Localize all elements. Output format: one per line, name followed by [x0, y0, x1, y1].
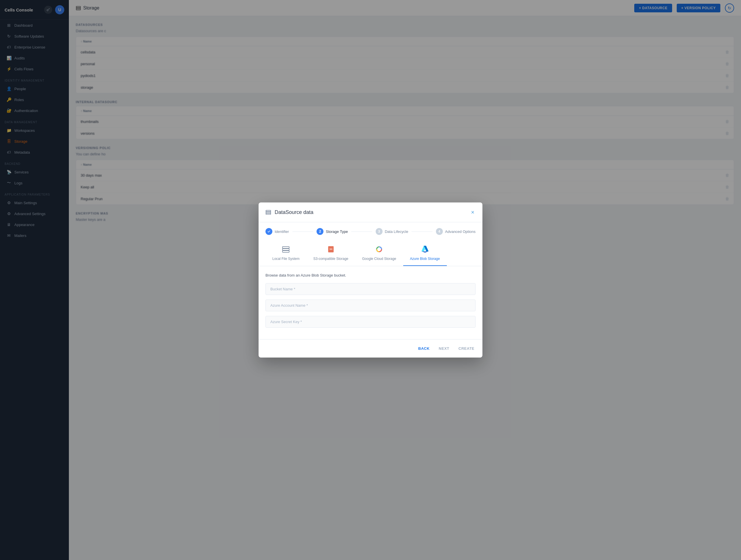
step-1-label: Identifier	[275, 230, 289, 234]
bucket-name-field	[265, 283, 476, 295]
gcs-icon	[375, 245, 383, 255]
step-4-label: Advanced Options	[445, 230, 476, 234]
step-4-circle: 4	[436, 228, 443, 235]
step-line-3	[412, 232, 432, 232]
tab-s3[interactable]: S3 S3-compatible Storage	[307, 241, 355, 266]
step-3-circle: 3	[376, 228, 383, 235]
modal-overlay[interactable]: DataSource data × Identifier 2 Storage T…	[69, 0, 741, 560]
main-area: Storage + DATASOURCE + VERSION POLICY ↻ …	[69, 0, 741, 560]
modal-title: DataSource data	[275, 209, 466, 215]
step-line-1	[292, 232, 313, 232]
modal-storage-icon	[265, 209, 271, 215]
s3-icon: S3	[327, 245, 335, 255]
step-1-circle	[265, 228, 272, 235]
step-2-label: Storage Type	[326, 230, 348, 234]
step-4: 4 Advanced Options	[436, 228, 476, 235]
storage-type-tabs: Local File System S3 S3-compatible Stora…	[259, 241, 482, 266]
modal-header: DataSource data ×	[259, 202, 482, 222]
svg-rect-5	[266, 212, 271, 213]
stepper: Identifier 2 Storage Type 3 Data Lifecyc…	[259, 222, 482, 241]
step-2: 2 Storage Type	[317, 228, 348, 235]
svg-marker-15	[421, 251, 428, 253]
tab-gcs[interactable]: Google Cloud Storage	[355, 241, 403, 266]
close-button[interactable]: ×	[470, 208, 476, 216]
svg-rect-9	[283, 251, 289, 252]
local-fs-icon	[282, 245, 290, 255]
datasource-modal: DataSource data × Identifier 2 Storage T…	[259, 202, 482, 358]
azure-secret-key-input[interactable]	[265, 316, 476, 328]
tab-local-fs[interactable]: Local File System	[265, 241, 307, 266]
tab-azure[interactable]: Azure Blob Storage	[403, 241, 447, 266]
svg-rect-7	[283, 247, 289, 248]
svg-rect-6	[266, 213, 271, 214]
azure-icon	[421, 245, 429, 255]
step-3: 3 Data Lifecycle	[376, 228, 408, 235]
tab-local-fs-label: Local File System	[272, 257, 299, 261]
svg-text:S3: S3	[329, 248, 332, 250]
create-button[interactable]: CREATE	[458, 344, 476, 353]
next-button[interactable]: NEXT	[437, 344, 451, 353]
tab-azure-label: Azure Blob Storage	[410, 257, 440, 261]
svg-rect-8	[283, 249, 289, 250]
step-2-circle: 2	[317, 228, 324, 235]
step-line-2	[351, 232, 372, 232]
back-button[interactable]: BACK	[417, 344, 431, 353]
svg-rect-4	[266, 210, 271, 211]
modal-footer: BACK NEXT CREATE	[259, 339, 482, 358]
modal-body: Browse data from an Azure Blob Storage b…	[259, 266, 482, 339]
azure-account-name-input[interactable]	[265, 300, 476, 311]
azure-account-name-field	[265, 300, 476, 311]
tab-gcs-label: Google Cloud Storage	[362, 257, 396, 261]
step-1: Identifier	[265, 228, 289, 235]
modal-description: Browse data from an Azure Blob Storage b…	[265, 273, 476, 277]
azure-secret-key-field	[265, 316, 476, 328]
tab-s3-label: S3-compatible Storage	[314, 257, 348, 261]
step-3-label: Data Lifecycle	[385, 230, 408, 234]
bucket-name-input[interactable]	[265, 283, 476, 295]
